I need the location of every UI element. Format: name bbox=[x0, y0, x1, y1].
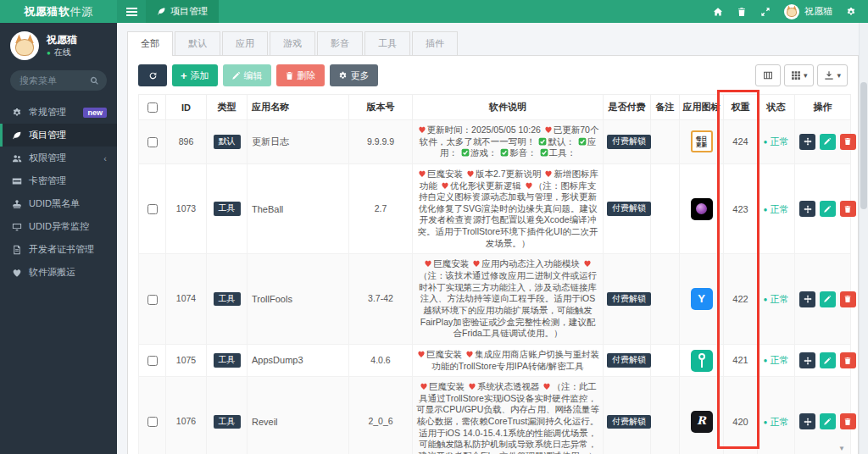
row-checkbox[interactable] bbox=[147, 137, 158, 147]
content-tab-默认[interactable]: 默认 bbox=[175, 31, 220, 55]
row-checkbox[interactable] bbox=[147, 356, 158, 366]
home-button[interactable] bbox=[713, 7, 723, 17]
content-tab-插件[interactable]: 插件 bbox=[412, 31, 458, 55]
caret-down-icon: ▾ bbox=[804, 71, 808, 80]
cell-actions bbox=[795, 163, 851, 253]
delete-button[interactable]: 删除 bbox=[276, 64, 325, 86]
type-badge: 工具 bbox=[214, 202, 241, 216]
row-delete-button[interactable] bbox=[840, 413, 856, 429]
row-delete-button[interactable] bbox=[840, 134, 856, 150]
cell-description: 巨魔安装 集成应用商店账户切换与重封装功能的TrollStore专用IPA转储/… bbox=[413, 344, 604, 376]
clear-cache-button[interactable] bbox=[737, 7, 747, 17]
sidebar-username: 祝愿猫 bbox=[47, 33, 77, 47]
user-menu[interactable]: 祝愿猫 bbox=[784, 4, 832, 19]
row-edit-button[interactable] bbox=[820, 134, 836, 150]
gears-icon bbox=[12, 108, 22, 118]
theball-icon bbox=[691, 198, 713, 220]
sidebar: 祝愿猫 ●在线 常规管理new项目管理权限管理‹卡密管理UDID黑名单UDID异… bbox=[0, 23, 117, 454]
trash-icon bbox=[737, 7, 747, 17]
paid-badge: 付费解锁 bbox=[607, 353, 651, 368]
row-delete-button[interactable] bbox=[840, 291, 856, 307]
sidebar-item-软件源搬运[interactable]: 软件源搬运 bbox=[0, 261, 117, 284]
sidebar-item-项目管理[interactable]: 项目管理 bbox=[0, 124, 117, 147]
cell-version: 3.7-42 bbox=[349, 254, 413, 344]
page-scrollbar[interactable] bbox=[859, 23, 868, 454]
sidebar-item-权限管理[interactable]: 权限管理‹ bbox=[0, 147, 117, 169]
cell-version: 2_0_6 bbox=[349, 377, 413, 454]
cell-app-name: Reveil bbox=[248, 377, 349, 454]
sidebar-item-UDID异常监控[interactable]: UDID异常监控 bbox=[0, 215, 117, 238]
row-checkbox[interactable] bbox=[147, 204, 158, 214]
export-button[interactable]: ▾ bbox=[817, 64, 848, 86]
cell-app-name: AppsDump3 bbox=[248, 344, 349, 376]
edit-button[interactable]: 编辑 bbox=[223, 64, 271, 86]
table-row: 1076 工具 Reveil 2_0_6 巨魔安装 系统状态透视器 （注：此工具… bbox=[139, 377, 851, 454]
trash-icon bbox=[843, 137, 852, 146]
gear-icon bbox=[846, 7, 856, 17]
move-button[interactable] bbox=[799, 134, 815, 150]
row-checkbox[interactable] bbox=[147, 295, 158, 305]
sidebar-item-常规管理[interactable]: 常规管理new bbox=[0, 101, 117, 124]
sidebar-item-label: 开发者证书管理 bbox=[29, 243, 94, 256]
select-all-header bbox=[139, 95, 166, 120]
daily-update-icon: 每日更新 bbox=[691, 130, 713, 152]
content-tab-游戏[interactable]: 游戏 bbox=[270, 31, 315, 55]
status-dot-icon: ● bbox=[764, 296, 768, 303]
trash-icon bbox=[843, 295, 852, 303]
sidebar-item-开发者证书管理[interactable]: 开发者证书管理 bbox=[0, 238, 117, 261]
column-header-是否付费: 是否付费 bbox=[604, 95, 651, 120]
row-edit-button[interactable] bbox=[820, 201, 836, 217]
move-button[interactable] bbox=[799, 291, 815, 307]
cell-id: 1075 bbox=[166, 344, 207, 376]
cell-status: ●正常 bbox=[758, 120, 795, 164]
row-delete-button[interactable] bbox=[840, 352, 856, 368]
toggle-columns-button[interactable] bbox=[755, 64, 781, 86]
content-tab-全部[interactable]: 全部 bbox=[127, 31, 173, 56]
content-tab-影音[interactable]: 影音 bbox=[317, 31, 363, 55]
cell-status: ●正常 bbox=[758, 163, 795, 253]
move-button[interactable] bbox=[799, 352, 815, 368]
sidebar-item-卡密管理[interactable]: 卡密管理 bbox=[0, 169, 117, 192]
topbar-tab-project-management[interactable]: 项目管理 bbox=[146, 0, 219, 23]
certificate-icon bbox=[12, 245, 22, 255]
sidebar-item-label: UDID异常监控 bbox=[29, 220, 89, 233]
move-icon bbox=[804, 357, 812, 365]
more-button[interactable]: 更多 bbox=[330, 64, 378, 86]
monitor-icon bbox=[12, 222, 22, 232]
sidebar-item-label: 卡密管理 bbox=[29, 174, 66, 187]
home-icon bbox=[713, 7, 723, 17]
content-tab-工具[interactable]: 工具 bbox=[364, 31, 410, 55]
column-header-应用名称: 应用名称 bbox=[248, 95, 349, 120]
cell-status: ●正常 bbox=[758, 344, 795, 376]
cell-note bbox=[651, 377, 680, 454]
content-tab-应用[interactable]: 应用 bbox=[222, 31, 268, 55]
settings-button[interactable] bbox=[846, 7, 856, 17]
type-badge: 工具 bbox=[214, 292, 241, 307]
hamburger-icon bbox=[126, 11, 137, 13]
sidebar-item-UDID黑名单[interactable]: UDID黑名单 bbox=[0, 192, 117, 215]
row-edit-button[interactable] bbox=[820, 352, 836, 368]
table-row: 1075 工具 AppsDump3 4.0.6 巨魔安装 集成应用商店账户切换与… bbox=[139, 344, 851, 376]
add-button[interactable]: +添加 bbox=[172, 64, 218, 86]
row-edit-button[interactable] bbox=[820, 291, 836, 307]
move-button[interactable] bbox=[799, 413, 815, 429]
cell-weight: 420 bbox=[724, 377, 758, 454]
move-button[interactable] bbox=[799, 201, 815, 217]
fullscreen-button[interactable] bbox=[760, 7, 771, 17]
sidebar-menu: 常规管理new项目管理权限管理‹卡密管理UDID黑名单UDID异常监控开发者证书… bbox=[0, 101, 117, 284]
grid-view-button[interactable]: ▾ bbox=[784, 64, 815, 86]
row-checkbox[interactable] bbox=[147, 417, 158, 427]
table-header-row: ID类型应用名称版本号软件说明是否付费备注应用图标权重状态操作 bbox=[139, 95, 851, 120]
row-delete-button[interactable] bbox=[840, 201, 856, 217]
select-all-checkbox[interactable] bbox=[147, 102, 158, 113]
refresh-button[interactable] bbox=[138, 64, 167, 86]
sidebar-toggle-button[interactable] bbox=[117, 0, 146, 23]
row-edit-button[interactable] bbox=[820, 413, 836, 429]
status-dot-icon: ● bbox=[764, 138, 768, 146]
new-badge: new bbox=[83, 108, 107, 118]
content-tabs: 全部默认应用游戏影音工具插件 bbox=[127, 31, 859, 55]
cell-status: ●正常 bbox=[758, 254, 795, 344]
scrollbar-thumb[interactable] bbox=[860, 82, 867, 209]
cell-weight: 421 bbox=[724, 344, 758, 376]
cell-actions bbox=[795, 254, 851, 344]
